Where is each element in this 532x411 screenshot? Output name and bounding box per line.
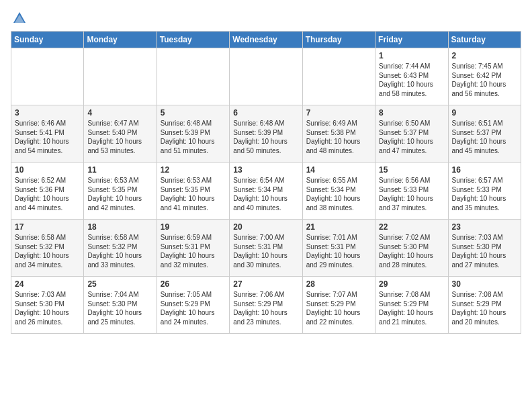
calendar-cell: 15Sunrise: 6:56 AMSunset: 5:33 PMDayligh… bbox=[375, 163, 448, 220]
calendar-cell: 27Sunrise: 7:06 AMSunset: 5:29 PMDayligh… bbox=[230, 277, 302, 334]
calendar-cell: 12Sunrise: 6:53 AMSunset: 5:35 PMDayligh… bbox=[157, 163, 229, 220]
page: SundayMondayTuesdayWednesdayThursdayFrid… bbox=[0, 0, 532, 342]
day-number: 6 bbox=[233, 108, 298, 118]
week-row-1: 1Sunrise: 7:44 AMSunset: 6:43 PMDaylight… bbox=[11, 48, 521, 105]
day-number: 16 bbox=[452, 165, 517, 175]
cell-info: Sunrise: 6:46 AMSunset: 5:41 PMDaylight:… bbox=[15, 119, 80, 155]
calendar-cell: 18Sunrise: 6:58 AMSunset: 5:32 PMDayligh… bbox=[84, 220, 157, 277]
day-number: 18 bbox=[87, 222, 152, 232]
header-day-monday: Monday bbox=[84, 32, 157, 48]
calendar-cell bbox=[84, 48, 157, 105]
day-number: 5 bbox=[161, 108, 226, 118]
calendar-cell: 14Sunrise: 6:55 AMSunset: 5:34 PMDayligh… bbox=[302, 163, 375, 220]
cell-info: Sunrise: 7:45 AMSunset: 6:42 PMDaylight:… bbox=[452, 62, 517, 98]
day-number: 21 bbox=[306, 222, 371, 232]
cell-info: Sunrise: 7:05 AMSunset: 5:29 PMDaylight:… bbox=[161, 290, 226, 326]
cell-info: Sunrise: 7:02 AMSunset: 5:30 PMDaylight:… bbox=[379, 233, 444, 269]
cell-info: Sunrise: 6:48 AMSunset: 5:39 PMDaylight:… bbox=[233, 119, 298, 155]
calendar-cell: 9Sunrise: 6:51 AMSunset: 5:37 PMDaylight… bbox=[448, 105, 521, 163]
calendar-cell: 16Sunrise: 6:57 AMSunset: 5:33 PMDayligh… bbox=[448, 163, 521, 220]
cell-info: Sunrise: 7:44 AMSunset: 6:43 PMDaylight:… bbox=[379, 62, 444, 98]
calendar-cell: 21Sunrise: 7:01 AMSunset: 5:31 PMDayligh… bbox=[302, 220, 375, 277]
calendar-cell: 6Sunrise: 6:48 AMSunset: 5:39 PMDaylight… bbox=[230, 105, 302, 163]
day-number: 17 bbox=[15, 222, 80, 232]
week-row-5: 24Sunrise: 7:03 AMSunset: 5:30 PMDayligh… bbox=[11, 277, 521, 334]
cell-info: Sunrise: 6:49 AMSunset: 5:38 PMDaylight:… bbox=[306, 119, 371, 155]
cell-info: Sunrise: 7:06 AMSunset: 5:29 PMDaylight:… bbox=[233, 290, 298, 326]
logo-area bbox=[11, 11, 28, 26]
cell-info: Sunrise: 7:07 AMSunset: 5:29 PMDaylight:… bbox=[306, 290, 371, 326]
calendar-cell: 3Sunrise: 6:46 AMSunset: 5:41 PMDaylight… bbox=[11, 105, 84, 163]
header bbox=[11, 8, 521, 26]
header-day-tuesday: Tuesday bbox=[157, 32, 229, 48]
calendar-cell: 4Sunrise: 6:47 AMSunset: 5:40 PMDaylight… bbox=[84, 105, 157, 163]
calendar-cell: 10Sunrise: 6:52 AMSunset: 5:36 PMDayligh… bbox=[11, 163, 84, 220]
day-number: 4 bbox=[87, 108, 152, 118]
day-number: 10 bbox=[15, 165, 80, 175]
day-number: 24 bbox=[15, 279, 80, 289]
calendar-cell bbox=[230, 48, 302, 105]
day-number: 29 bbox=[379, 279, 444, 289]
cell-info: Sunrise: 7:04 AMSunset: 5:30 PMDaylight:… bbox=[87, 290, 152, 326]
cell-info: Sunrise: 6:48 AMSunset: 5:39 PMDaylight:… bbox=[161, 119, 226, 155]
day-number: 20 bbox=[233, 222, 298, 232]
cell-info: Sunrise: 7:03 AMSunset: 5:30 PMDaylight:… bbox=[15, 290, 80, 326]
day-number: 30 bbox=[452, 279, 517, 289]
cell-info: Sunrise: 6:58 AMSunset: 5:32 PMDaylight:… bbox=[87, 233, 152, 269]
calendar-cell: 17Sunrise: 6:58 AMSunset: 5:32 PMDayligh… bbox=[11, 220, 84, 277]
day-number: 11 bbox=[87, 165, 152, 175]
calendar-cell: 29Sunrise: 7:08 AMSunset: 5:29 PMDayligh… bbox=[375, 277, 448, 334]
day-number: 27 bbox=[233, 279, 298, 289]
day-number: 15 bbox=[379, 165, 444, 175]
calendar-cell: 19Sunrise: 6:59 AMSunset: 5:31 PMDayligh… bbox=[157, 220, 229, 277]
day-number: 1 bbox=[379, 51, 444, 60]
week-row-4: 17Sunrise: 6:58 AMSunset: 5:32 PMDayligh… bbox=[11, 220, 521, 277]
calendar-cell: 28Sunrise: 7:07 AMSunset: 5:29 PMDayligh… bbox=[302, 277, 375, 334]
week-row-2: 3Sunrise: 6:46 AMSunset: 5:41 PMDaylight… bbox=[11, 105, 521, 163]
calendar-table: SundayMondayTuesdayWednesdayThursdayFrid… bbox=[11, 31, 521, 334]
logo-icon bbox=[12, 11, 27, 26]
calendar-cell bbox=[11, 48, 84, 105]
header-day-saturday: Saturday bbox=[448, 32, 521, 48]
cell-info: Sunrise: 6:51 AMSunset: 5:37 PMDaylight:… bbox=[452, 119, 517, 155]
day-number: 19 bbox=[161, 222, 226, 232]
calendar-cell: 8Sunrise: 6:50 AMSunset: 5:37 PMDaylight… bbox=[375, 105, 448, 163]
cell-info: Sunrise: 6:52 AMSunset: 5:36 PMDaylight:… bbox=[15, 176, 80, 212]
calendar-cell: 1Sunrise: 7:44 AMSunset: 6:43 PMDaylight… bbox=[375, 48, 448, 105]
cell-info: Sunrise: 6:56 AMSunset: 5:33 PMDaylight:… bbox=[379, 176, 444, 212]
calendar-cell: 13Sunrise: 6:54 AMSunset: 5:34 PMDayligh… bbox=[230, 163, 302, 220]
header-day-sunday: Sunday bbox=[11, 32, 84, 48]
header-day-wednesday: Wednesday bbox=[230, 32, 302, 48]
day-number: 3 bbox=[15, 108, 80, 118]
cell-info: Sunrise: 7:08 AMSunset: 5:29 PMDaylight:… bbox=[452, 290, 517, 326]
day-number: 7 bbox=[306, 108, 371, 118]
cell-info: Sunrise: 6:59 AMSunset: 5:31 PMDaylight:… bbox=[161, 233, 226, 269]
day-number: 9 bbox=[452, 108, 517, 118]
day-number: 12 bbox=[161, 165, 226, 175]
day-number: 28 bbox=[306, 279, 371, 289]
cell-info: Sunrise: 7:00 AMSunset: 5:31 PMDaylight:… bbox=[233, 233, 298, 269]
cell-info: Sunrise: 6:58 AMSunset: 5:32 PMDaylight:… bbox=[15, 233, 80, 269]
cell-info: Sunrise: 7:08 AMSunset: 5:29 PMDaylight:… bbox=[379, 290, 444, 326]
calendar-cell: 24Sunrise: 7:03 AMSunset: 5:30 PMDayligh… bbox=[11, 277, 84, 334]
day-number: 2 bbox=[452, 51, 517, 60]
calendar-cell: 11Sunrise: 6:53 AMSunset: 5:35 PMDayligh… bbox=[84, 163, 157, 220]
cell-info: Sunrise: 6:55 AMSunset: 5:34 PMDaylight:… bbox=[306, 176, 371, 212]
cell-info: Sunrise: 6:53 AMSunset: 5:35 PMDaylight:… bbox=[87, 176, 152, 212]
calendar-cell: 25Sunrise: 7:04 AMSunset: 5:30 PMDayligh… bbox=[84, 277, 157, 334]
calendar-cell: 23Sunrise: 7:03 AMSunset: 5:30 PMDayligh… bbox=[448, 220, 521, 277]
cell-info: Sunrise: 7:01 AMSunset: 5:31 PMDaylight:… bbox=[306, 233, 371, 269]
cell-info: Sunrise: 6:53 AMSunset: 5:35 PMDaylight:… bbox=[161, 176, 226, 212]
day-number: 13 bbox=[233, 165, 298, 175]
cell-info: Sunrise: 6:57 AMSunset: 5:33 PMDaylight:… bbox=[452, 176, 517, 212]
calendar-cell: 22Sunrise: 7:02 AMSunset: 5:30 PMDayligh… bbox=[375, 220, 448, 277]
header-day-friday: Friday bbox=[375, 32, 448, 48]
day-number: 26 bbox=[161, 279, 226, 289]
header-day-thursday: Thursday bbox=[302, 32, 375, 48]
day-number: 23 bbox=[452, 222, 517, 232]
calendar-cell: 30Sunrise: 7:08 AMSunset: 5:29 PMDayligh… bbox=[448, 277, 521, 334]
calendar-cell bbox=[157, 48, 229, 105]
header-row: SundayMondayTuesdayWednesdayThursdayFrid… bbox=[11, 32, 521, 48]
cell-info: Sunrise: 6:54 AMSunset: 5:34 PMDaylight:… bbox=[233, 176, 298, 212]
logo bbox=[11, 11, 28, 26]
